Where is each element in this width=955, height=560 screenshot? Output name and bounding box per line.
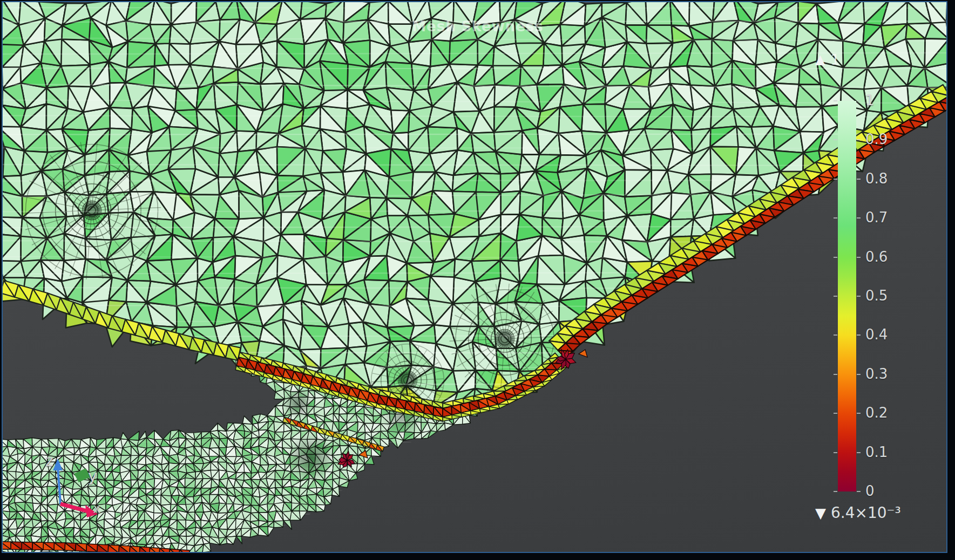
colorbar-tick-label: 0.6 [865,249,888,265]
colorbar-tick-label: 1 [865,92,875,108]
colorbar-tick-label: 0.9 [865,131,888,147]
plot-title: Mesh Skewness [381,18,575,35]
z-axis-arrow [58,467,60,504]
z-axis-arrowhead [53,459,63,470]
graphics-window: Mesh Skewness ▲ 1 10.90.80.70.60.50.40.3… [0,0,955,560]
colorbar-tick-mark [834,139,837,140]
colorbar-max-marker: ▲ 1 [815,52,840,68]
x-axis-arrow [60,504,89,511]
colorbar-tick-mark [834,217,837,218]
colorbar-tick-mark [834,452,837,453]
colorbar-tick-mark [834,413,837,414]
colorbar-tick-mark [857,334,861,336]
colorbar-tick-mark [834,374,837,375]
colorbar-max-value: 1 [830,52,839,68]
colorbar-min-value: 6.4×10⁻³ [831,504,901,522]
colorbar-tick-mark [834,179,837,180]
max-marker-icon: ▲ [815,52,825,67]
colorbar-tick-mark [857,179,861,180]
min-marker-icon: ▼ [815,505,826,521]
colorbar-tick-mark [857,491,861,492]
colorbar-legend: ▲ 1 10.90.80.70.60.50.40.30.20.10 ▼ 6.4×… [836,52,947,537]
axis-label-y: y [88,467,97,485]
colorbar-tick-label: 0.5 [865,288,888,304]
colorbar-tick-label: 0.3 [865,366,888,382]
axis-triad: z y x [32,443,135,551]
axis-label-z: z [45,452,53,470]
colorbar-tick-mark [857,100,861,101]
colorbar-tick-label: 0.1 [865,444,888,460]
graphics-canvas[interactable]: Mesh Skewness ▲ 1 10.90.80.70.60.50.40.3… [2,1,947,553]
colorbar-tick-label: 0.2 [865,405,888,421]
colorbar-tick-label: 0.8 [865,170,888,187]
colorbar-tick-label: 0.4 [865,326,888,343]
colorbar-tick-mark [834,334,837,336]
axis-label-x: x [93,501,101,516]
colorbar-tick-label: 0.7 [865,209,888,226]
colorbar-tick-mark [834,296,837,297]
colorbar-tick-mark [857,413,861,414]
colorbar-min-marker: ▼ 6.4×10⁻³ [815,504,901,522]
mesh-plot [2,1,947,553]
colorbar-tick-mark [857,296,861,297]
colorbar-tick-mark [834,257,837,258]
colorbar-tick-mark [857,452,861,453]
colorbar-gradient [838,101,856,491]
colorbar-tick-mark [834,100,837,101]
colorbar-tick-label: 0 [865,483,875,499]
colorbar-tick-mark [857,257,861,258]
colorbar-tick-mark [857,374,861,375]
colorbar-tick-mark [834,491,837,492]
colorbar-tick-mark [857,139,861,140]
colorbar-tick-mark [857,217,861,218]
